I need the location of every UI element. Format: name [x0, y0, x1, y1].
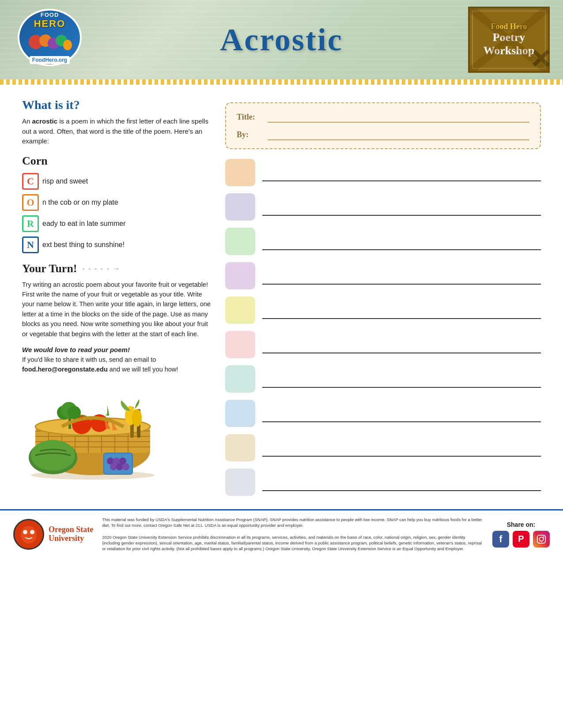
footer: Oregon State University This material wa… — [0, 509, 563, 558]
poem-write-line-7[interactable] — [262, 370, 541, 388]
instagram-icon[interactable] — [533, 531, 550, 548]
poem-row-4 — [225, 262, 541, 289]
poem-letter-box-1[interactable] — [225, 159, 255, 186]
line-c-text: risp and sweet — [42, 177, 88, 185]
footer-disclaimer: This material was funded by USDA's Suppl… — [102, 517, 484, 552]
line-r-text: eady to eat in late summer — [42, 220, 126, 228]
letter-n-box: N — [22, 236, 39, 253]
basket-illustration — [18, 383, 168, 480]
acrostic-line-r: R eady to eat in late summer — [22, 215, 212, 232]
poem-letter-box-2[interactable] — [225, 193, 255, 221]
pinterest-icon[interactable]: P — [513, 531, 529, 548]
osu-logo: Oregon State University — [13, 519, 93, 550]
intro-paragraph: An acrostic is a poem in which the first… — [22, 116, 212, 146]
poem-letter-box-4[interactable] — [225, 262, 255, 289]
badge-box: Food Hero Poetry Workshop — [468, 7, 550, 73]
share-on-label: Share on: — [507, 521, 536, 528]
poem-row-8 — [225, 400, 541, 427]
logo-food-text: FOOD — [41, 11, 59, 18]
svg-point-43 — [116, 463, 123, 470]
acrostic-word: acrostic — [32, 117, 58, 125]
osu-text: Oregon State University — [49, 525, 93, 543]
main-content: What is it? An acrostic is a poem in whi… — [0, 85, 563, 505]
svg-point-5 — [63, 40, 72, 50]
disclaimer-1: This material was funded by USDA's Suppl… — [102, 517, 484, 529]
disclaimer-2: 2020 Oregon State University Extension S… — [102, 534, 484, 552]
logo-hero-text: HERO — [34, 18, 66, 30]
acrostic-line-n: N ext best thing to sunshine! — [22, 236, 212, 253]
share-text: If you'd like to share it with us, send … — [22, 355, 212, 375]
svg-rect-49 — [537, 535, 545, 543]
acrostic-line-c: C risp and sweet — [22, 173, 212, 190]
osu-name-line2: University — [49, 534, 93, 543]
poem-row-7 — [225, 365, 541, 393]
footer-social: Share on: f P — [492, 521, 550, 548]
letter-c-box: C — [22, 173, 39, 190]
dot-separator — [0, 79, 563, 85]
poem-write-line-10[interactable] — [262, 473, 541, 491]
poem-letter-box-8[interactable] — [225, 400, 255, 427]
share-bold-text: We would love to read your poem! — [22, 346, 212, 353]
your-turn-section: Your Turn! - - - - - → — [22, 262, 212, 275]
badge-cross-icon — [470, 8, 548, 71]
acrostic-example: C risp and sweet O n the cob or on my pl… — [22, 173, 212, 253]
poem-row-10 — [225, 469, 541, 496]
title-underline[interactable] — [268, 111, 529, 123]
svg-point-51 — [543, 536, 544, 537]
logo-fruits-svg — [28, 31, 72, 53]
by-label: By: — [237, 130, 263, 139]
poem-letter-box-10[interactable] — [225, 469, 255, 496]
by-input-row: By: — [237, 129, 529, 140]
svg-point-42 — [110, 463, 117, 470]
line-n-text: ext best thing to sunshine! — [42, 241, 125, 249]
osu-name-line1: Oregon State — [49, 525, 93, 534]
poem-write-line-3[interactable] — [262, 233, 541, 250]
share-email: food.hero@oregonstate.edu — [22, 366, 108, 373]
poem-letter-box-5[interactable] — [225, 296, 255, 324]
page-title: Acrostic — [220, 22, 343, 58]
poem-rows — [225, 159, 541, 496]
poetry-workshop-badge: Food Hero Poetry Workshop — [468, 7, 550, 73]
poem-write-line-6[interactable] — [262, 336, 541, 353]
poem-write-line-1[interactable] — [262, 164, 541, 181]
svg-point-47 — [23, 530, 27, 534]
header: FOOD HERO FoodHero.org Acrostic — [0, 0, 563, 79]
poem-write-line-5[interactable] — [262, 301, 541, 319]
osu-logo-inner — [15, 521, 42, 548]
poem-letter-box-6[interactable] — [225, 331, 255, 358]
your-turn-title-text: Your Turn! — [22, 262, 77, 275]
food-hero-logo: FOOD HERO FoodHero.org — [18, 9, 88, 73]
logo-url: FoodHero.org — [30, 56, 70, 64]
poem-letter-box-7[interactable] — [225, 365, 255, 393]
poem-letter-box-3[interactable] — [225, 228, 255, 255]
letter-r-box: R — [22, 215, 39, 232]
svg-point-50 — [539, 537, 543, 541]
title-label: Title: — [237, 113, 263, 122]
share-section: We would love to read your poem! If you'… — [22, 346, 212, 375]
by-underline[interactable] — [268, 129, 529, 140]
corn-title: Corn — [22, 154, 212, 168]
share-text-1: If you'd like to share it with us, send … — [22, 356, 156, 363]
poem-row-2 — [225, 193, 541, 221]
poem-write-line-4[interactable] — [262, 267, 541, 285]
vegetable-basket-svg — [18, 383, 168, 480]
instructions-text: Try writing an acrostic poem about your … — [22, 280, 212, 339]
poem-row-5 — [225, 296, 541, 324]
poem-write-line-8[interactable] — [262, 405, 541, 422]
svg-point-48 — [30, 530, 34, 534]
svg-point-36 — [68, 406, 81, 419]
poem-write-line-2[interactable] — [262, 198, 541, 216]
poem-write-line-9[interactable] — [262, 439, 541, 457]
osu-emblem-svg — [15, 521, 42, 547]
share-text-2: and we will tell you how! — [108, 366, 178, 373]
line-o-text: n the cob or on my plate — [42, 199, 118, 206]
svg-point-29 — [132, 409, 142, 427]
instagram-svg — [537, 534, 546, 544]
left-column: What is it? An acrostic is a poem in whi… — [22, 98, 212, 496]
facebook-icon[interactable]: f — [492, 531, 509, 548]
social-icons: f P — [492, 531, 550, 548]
poem-row-6 — [225, 331, 541, 358]
right-column: Title: By: — [225, 98, 541, 496]
poem-letter-box-9[interactable] — [225, 434, 255, 462]
osu-logo-circle — [13, 519, 44, 550]
